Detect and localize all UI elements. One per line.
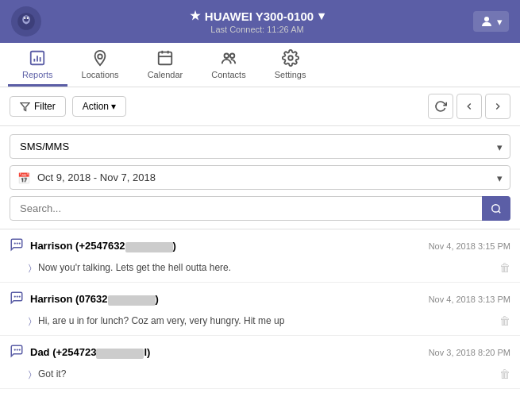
last-connect: Last Connect: 11:26 AM (190, 25, 325, 34)
message-group: Harrison (07632 ) Nov 4, 2018 3:13 PM 〉 … (0, 283, 520, 336)
header: ★ HUAWEI Y300-0100 ▾ Last Connect: 11:26… (0, 0, 520, 43)
svg-point-2 (24, 16, 29, 21)
header-center: ★ HUAWEI Y300-0100 ▾ Last Connect: 11:26… (190, 9, 325, 34)
message-header: Dad (+254723 l) Nov 3, 2018 8:20 PM (0, 336, 520, 364)
search-wrapper (10, 196, 510, 221)
message-sender: Dad (+254723 l) (30, 346, 422, 358)
refresh-button[interactable] (428, 94, 453, 119)
delete-button[interactable]: 🗑 (499, 368, 510, 380)
message-group: Harrison (+2547632 ) Nov 4, 2018 3:15 PM… (0, 229, 520, 283)
message-header: Harrison (+2547632 ) Nov 4, 2018 3:15 PM (0, 229, 520, 258)
action-button[interactable]: Action ▾ (72, 96, 127, 117)
expand-icon[interactable]: 〉 (29, 263, 32, 273)
sms-icon (10, 237, 24, 255)
toolbar-right (428, 94, 510, 119)
nav-item-contacts[interactable]: Contacts (197, 43, 260, 87)
svg-point-17 (288, 56, 293, 60)
delete-button[interactable]: 🗑 (499, 314, 510, 327)
toolbar: Filter Action ▾ (0, 87, 520, 126)
delete-button[interactable]: 🗑 (499, 261, 510, 274)
message-time: Nov 4, 2018 3:15 PM (429, 241, 510, 251)
next-button[interactable] (485, 94, 510, 119)
message-time: Nov 3, 2018 8:20 PM (429, 348, 510, 357)
nav-item-locations[interactable]: Locations (67, 43, 133, 87)
nav-item-reports[interactable]: Reports (8, 43, 67, 87)
prev-button[interactable] (456, 94, 482, 119)
message-text: Got it? (38, 368, 499, 380)
content-filters: SMS/MMS (0, 126, 520, 229)
expand-icon[interactable]: 〉 (29, 369, 32, 380)
message-body: 〉 Now you'r talking. Lets get the hell o… (0, 258, 520, 282)
svg-point-3 (24, 17, 25, 19)
svg-line-20 (499, 210, 501, 213)
date-range-wrapper[interactable] (10, 165, 510, 190)
navigation: Reports Locations Calendar Contacts (0, 43, 520, 87)
svg-marker-18 (21, 102, 29, 110)
message-text: Hi, are u in for lunch? Coz am very, ver… (38, 315, 499, 326)
date-range-input[interactable] (10, 165, 510, 190)
nav-item-settings[interactable]: Settings (260, 43, 321, 87)
message-body: 〉 Hi, are u in for lunch? Coz am very, v… (0, 311, 520, 335)
svg-rect-11 (159, 52, 172, 65)
sms-icon (10, 344, 24, 361)
message-header: Harrison (07632 ) Nov 4, 2018 3:13 PM (0, 283, 520, 311)
filter-button[interactable]: Filter (10, 96, 66, 117)
svg-point-16 (230, 54, 235, 59)
svg-point-4 (27, 17, 29, 19)
app-logo (11, 6, 41, 37)
svg-point-19 (492, 204, 499, 211)
message-sender: Harrison (07632 ) (30, 293, 422, 305)
sms-icon (10, 291, 24, 308)
message-sender: Harrison (+2547632 ) (30, 240, 422, 252)
svg-point-15 (224, 54, 229, 59)
message-list: Harrison (+2547632 ) Nov 4, 2018 3:15 PM… (0, 229, 520, 420)
expand-icon[interactable]: 〉 (29, 316, 32, 326)
search-button[interactable] (482, 196, 510, 221)
nav-item-calendar[interactable]: Calendar (133, 43, 198, 87)
message-group: Dad (+254723 l) Nov 3, 2018 8:20 PM 〉 Go… (0, 336, 520, 389)
svg-point-10 (98, 54, 102, 59)
message-body: 〉 Got it? 🗑 (0, 364, 520, 388)
message-text: Now you'r talking. Lets get the hell out… (38, 262, 499, 273)
search-input[interactable] (10, 196, 510, 221)
sms-mms-select[interactable]: SMS/MMS (10, 134, 510, 159)
message-time: Nov 4, 2018 3:13 PM (429, 295, 510, 304)
svg-point-5 (484, 17, 489, 21)
sms-mms-dropdown[interactable]: SMS/MMS (10, 134, 510, 159)
user-menu[interactable]: ▾ (473, 11, 509, 32)
device-name[interactable]: ★ HUAWEI Y300-0100 ▾ (190, 9, 325, 23)
